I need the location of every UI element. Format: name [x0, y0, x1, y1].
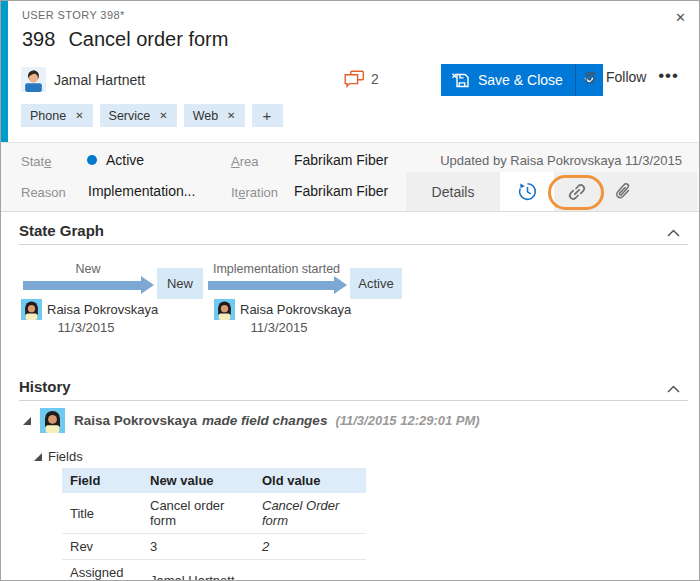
tag-chip-service[interactable]: Service ✕ [100, 104, 177, 127]
history-timestamp: (11/3/2015 12:29:01 PM) [335, 413, 479, 428]
save-icon [451, 72, 470, 89]
state-graph-section: State Graph New New Implementation start… [1, 212, 699, 376]
work-item-id: 398 [22, 28, 55, 50]
save-and-close-label: Save & Close [478, 72, 563, 88]
transition-arrow-icon [23, 276, 154, 294]
tag-label: Service [109, 109, 151, 123]
comment-icon [344, 70, 365, 88]
collapse-history-icon[interactable] [667, 385, 680, 393]
tag-chip-web[interactable]: Web ✕ [184, 104, 245, 127]
fields-group-label: Fields [48, 449, 83, 464]
state-dot-icon [87, 155, 97, 165]
reason-label: Reason [21, 185, 66, 200]
cell-new-value: Cancel order form [142, 493, 254, 534]
save-and-close-split-button: Save & Close [441, 64, 603, 96]
tab-history[interactable] [500, 172, 554, 211]
page-title[interactable]: 398Cancel order form [22, 28, 228, 51]
state-field[interactable]: Active [87, 152, 144, 168]
work-item-type-accent-bar [1, 1, 8, 142]
link-icon [567, 182, 587, 202]
history-entry-text: Raisa Pokrovskaya made field changes (11… [74, 413, 480, 428]
follow-icon [582, 70, 599, 85]
fields-group-row: Fields [34, 449, 83, 464]
raisa-avatar [214, 299, 235, 320]
table-header-row: Field New value Old value [62, 468, 366, 493]
transition-author: Raisa Pokrovskaya [21, 299, 158, 320]
area-field[interactable]: Fabrikam Fiber [294, 152, 388, 168]
cell-old-value [254, 560, 366, 581]
transition-arrow-icon [208, 276, 347, 294]
follow-label: Follow [606, 69, 646, 85]
work-item-form: USER STORY 398* ✕ 398Cancel order form J… [0, 0, 700, 581]
assignee-name: Jamal Hartnett [54, 72, 145, 88]
cell-field: Title [62, 493, 142, 534]
transition-label: New [23, 262, 153, 276]
cell-field: Rev [62, 534, 142, 560]
tags-row: Phone ✕ Service ✕ Web ✕ + [21, 104, 283, 127]
cell-new-value: 3 [142, 534, 254, 560]
column-header-new-value: New value [142, 468, 254, 493]
work-item-title: Cancel order form [68, 28, 228, 50]
fields-strip: State Active Area Fabrikam Fiber Reason … [1, 142, 699, 212]
tag-chip-phone[interactable]: Phone ✕ [21, 104, 93, 127]
column-header-field: Field [62, 468, 142, 493]
transition-author: Raisa Pokrovskaya [214, 299, 351, 320]
field-changes-table: Field New value Old value Title Cancel o… [62, 468, 366, 581]
form-tabstrip: Details [406, 172, 697, 211]
history-entry: Raisa Pokrovskaya made field changes (11… [23, 408, 480, 433]
expand-fields-icon[interactable] [34, 453, 42, 461]
transition-date: 11/3/2015 [216, 320, 342, 335]
tab-attachments[interactable] [600, 172, 646, 211]
table-row: Rev 3 2 [62, 534, 366, 560]
add-tag-button[interactable]: + [252, 104, 283, 127]
cell-old-value: Cancel Order form [254, 493, 366, 534]
table-row: Assigned To Jamal Hartnett [62, 560, 366, 581]
tag-label: Phone [30, 109, 66, 123]
transition-author-name: Raisa Pokrovskaya [240, 302, 351, 317]
paperclip-icon [614, 182, 632, 202]
transition-label: Implementation started [206, 262, 347, 276]
raisa-avatar [40, 408, 65, 433]
tag-label: Web [193, 109, 218, 123]
more-options-icon[interactable]: ••• [658, 66, 679, 86]
history-heading: History [19, 378, 71, 395]
collapse-state-graph-icon[interactable] [667, 229, 680, 237]
cell-field: Assigned To [62, 560, 142, 581]
history-section: History Raisa Pokrovskaya made field cha… [1, 376, 699, 580]
iteration-field[interactable]: Fabrikam Fiber [294, 183, 388, 199]
state-box-active: Active [350, 268, 402, 299]
toolbar: Jamal Hartnett 2 [21, 64, 683, 98]
updated-by-text: Updated by Raisa Pokrovskaya 11/3/2015 [440, 153, 682, 168]
iteration-label: Iteration [231, 185, 278, 200]
remove-tag-icon[interactable]: ✕ [75, 110, 83, 121]
state-box-new: New [157, 268, 203, 299]
divider [19, 400, 688, 401]
state-label: State [21, 154, 51, 169]
comment-count: 2 [371, 71, 379, 87]
assignee-field[interactable]: Jamal Hartnett [21, 67, 145, 92]
transition-date: 11/3/2015 [23, 320, 149, 335]
state-graph-heading: State Graph [19, 222, 104, 239]
column-header-old-value: Old value [254, 468, 366, 493]
tab-details[interactable]: Details [406, 172, 500, 211]
reason-field[interactable]: Implementation... [88, 183, 195, 199]
cell-old-value: 2 [254, 534, 366, 560]
history-icon [516, 180, 539, 203]
remove-tag-icon[interactable]: ✕ [159, 110, 167, 121]
tab-links[interactable] [554, 172, 600, 211]
follow-button[interactable]: Follow [582, 69, 646, 85]
history-author: Raisa Pokrovskaya [74, 413, 197, 428]
history-action: made field changes [202, 413, 327, 428]
raisa-avatar [21, 299, 42, 320]
remove-tag-icon[interactable]: ✕ [227, 110, 235, 121]
divider [19, 244, 688, 245]
save-and-close-button[interactable]: Save & Close [441, 64, 575, 96]
expand-entry-icon[interactable] [23, 417, 31, 425]
work-item-kind-label: USER STORY 398* [22, 9, 125, 21]
transition-author-name: Raisa Pokrovskaya [47, 302, 158, 317]
comments-button[interactable]: 2 [344, 70, 379, 88]
close-icon[interactable]: ✕ [671, 8, 690, 27]
cell-new-value: Jamal Hartnett [142, 560, 254, 581]
area-label: Area [231, 154, 258, 169]
assignee-avatar [21, 67, 46, 92]
